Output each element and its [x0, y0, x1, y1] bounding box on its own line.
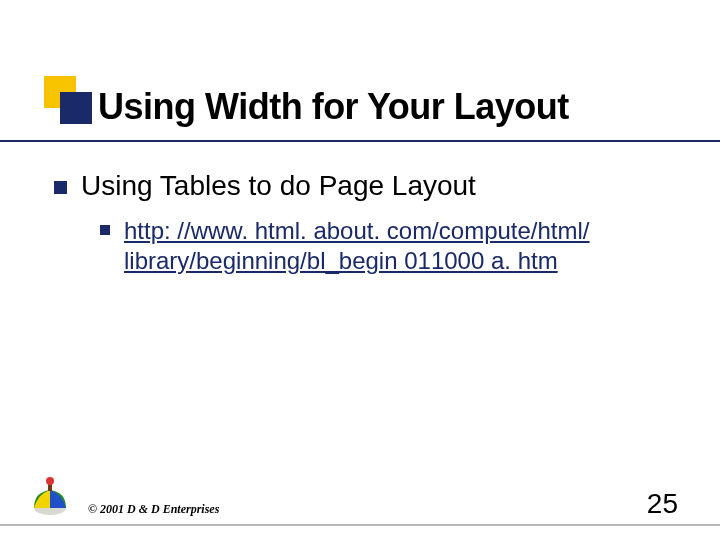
copyright-text: © 2001 D & D Enterprises — [88, 502, 219, 517]
slide-title: Using Width for Your Layout — [98, 86, 569, 128]
decor-square-navy — [60, 92, 92, 124]
bullet-level-1: Using Tables to do Page Layout — [54, 170, 680, 202]
slide-body: Using Tables to do Page Layout http: //w… — [54, 170, 680, 276]
footer-rule — [0, 524, 720, 526]
title-rule — [0, 140, 720, 142]
page-number: 25 — [647, 488, 678, 520]
beanie-logo-icon — [30, 476, 70, 516]
bullet-level-1-text: Using Tables to do Page Layout — [81, 170, 476, 202]
svg-point-2 — [46, 477, 54, 485]
slide-footer: © 2001 D & D Enterprises 25 — [0, 478, 720, 526]
square-bullet-small-icon — [100, 225, 110, 235]
bullet-level-2: http: //www. html. about. com/compute/ht… — [100, 216, 680, 276]
square-bullet-icon — [54, 181, 67, 194]
reference-link[interactable]: http: //www. html. about. com/compute/ht… — [124, 216, 680, 276]
slide: Using Width for Your Layout Using Tables… — [0, 0, 720, 540]
